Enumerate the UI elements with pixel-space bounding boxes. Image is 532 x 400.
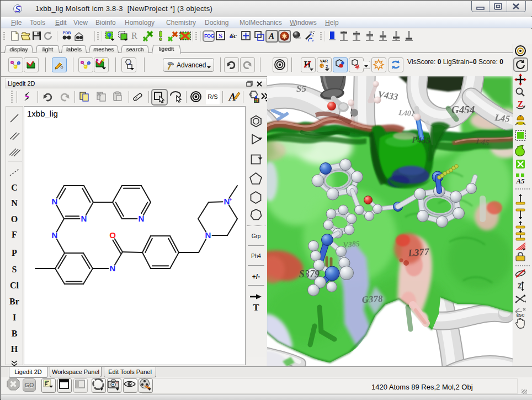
- svg-text:V385: V385: [343, 239, 360, 249]
- svg-text:Z: Z: [518, 282, 522, 290]
- svg-text:L377: L377: [407, 246, 430, 259]
- svg-text:N: N: [205, 230, 211, 240]
- svg-text:S379: S379: [299, 269, 320, 280]
- svg-text:G378: G378: [361, 293, 383, 305]
- svg-text:N: N: [52, 197, 58, 206]
- svg-text:N: N: [81, 214, 87, 223]
- svg-text:O: O: [109, 230, 116, 240]
- svg-text:2: 2: [326, 64, 328, 69]
- svg-text:ESC: ESC: [517, 313, 524, 317]
- svg-text:P455: P455: [411, 135, 431, 145]
- svg-text:N: N: [139, 214, 145, 223]
- svg-text:A: A: [228, 91, 236, 103]
- svg-text:L401: L401: [398, 108, 416, 118]
- svg-text:A5: A5: [515, 177, 525, 185]
- svg-text:6c: 6c: [230, 31, 237, 40]
- svg-text:S: S: [219, 31, 222, 40]
- svg-text:S5: S5: [296, 83, 306, 94]
- svg-text:N: N: [52, 230, 58, 240]
- svg-text:Z: Z: [518, 99, 523, 108]
- svg-text:PDB: PDB: [63, 31, 71, 35]
- svg-text:G454: G454: [451, 104, 475, 115]
- svg-text:+: +: [229, 197, 232, 202]
- svg-text:VAR: VAR: [320, 59, 328, 63]
- svg-text:N: N: [110, 264, 116, 273]
- svg-text:L45: L45: [494, 112, 511, 124]
